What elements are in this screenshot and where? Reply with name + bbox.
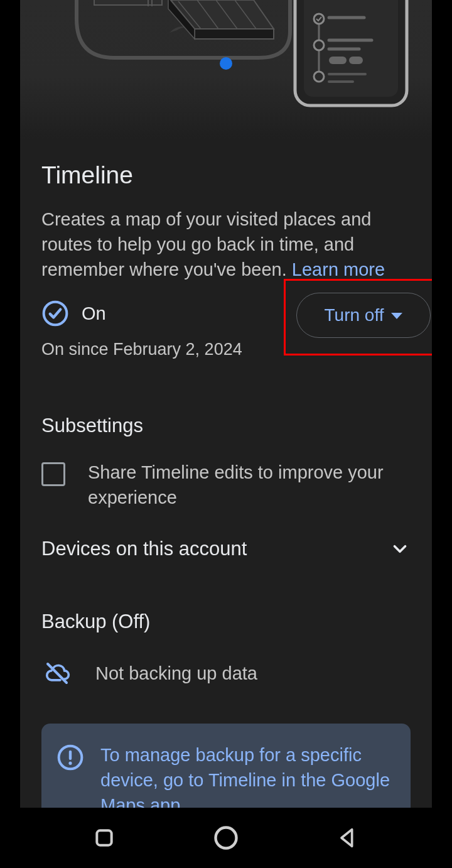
- system-nav-bar: [0, 808, 452, 868]
- chevron-down-icon: [389, 538, 411, 560]
- svg-rect-30: [97, 830, 111, 845]
- check-circle-icon: [41, 300, 69, 327]
- svg-point-16: [314, 40, 324, 50]
- share-checkbox[interactable]: [41, 462, 65, 486]
- share-setting-row[interactable]: Share Timeline edits to improve your exp…: [41, 460, 411, 510]
- recent-apps-icon[interactable]: [92, 825, 117, 850]
- page-title: Timeline: [41, 161, 411, 189]
- svg-rect-21: [329, 57, 347, 64]
- learn-more-link[interactable]: Learn more: [292, 259, 385, 279]
- subsettings-title: Subsettings: [41, 415, 411, 437]
- back-icon[interactable]: [335, 825, 360, 850]
- svg-point-17: [314, 72, 324, 82]
- info-icon: [56, 744, 84, 771]
- status-label: On: [82, 303, 106, 324]
- turn-off-button[interactable]: Turn off: [296, 293, 431, 338]
- backup-notice: To manage backup for a specific device, …: [41, 724, 411, 808]
- settings-card: Timeline Creates a map of your visited p…: [20, 0, 432, 808]
- svg-marker-1: [195, 29, 274, 39]
- backup-status-row: Not backing up data: [41, 661, 411, 686]
- turn-off-label: Turn off: [325, 305, 384, 325]
- backup-title: Backup (Off): [41, 610, 411, 633]
- backup-status-text: Not backing up data: [95, 663, 257, 684]
- svg-point-15: [314, 14, 324, 24]
- svg-point-11: [220, 57, 232, 70]
- devices-accordion[interactable]: Devices on this account: [41, 535, 411, 567]
- backup-notice-text: To manage backup for a specific device, …: [100, 742, 396, 808]
- svg-point-31: [216, 828, 237, 849]
- svg-point-29: [68, 762, 72, 765]
- home-icon[interactable]: [212, 824, 240, 852]
- hero-illustration: [20, 0, 432, 139]
- share-setting-label: Share Timeline edits to improve your exp…: [88, 460, 411, 510]
- page-description: Creates a map of your visited places and…: [41, 207, 411, 282]
- status-since: On since February 2, 2024: [41, 340, 242, 359]
- devices-label: Devices on this account: [41, 538, 247, 560]
- dropdown-caret-icon: [391, 313, 402, 319]
- svg-rect-22: [349, 57, 363, 64]
- cloud-off-icon: [41, 661, 73, 686]
